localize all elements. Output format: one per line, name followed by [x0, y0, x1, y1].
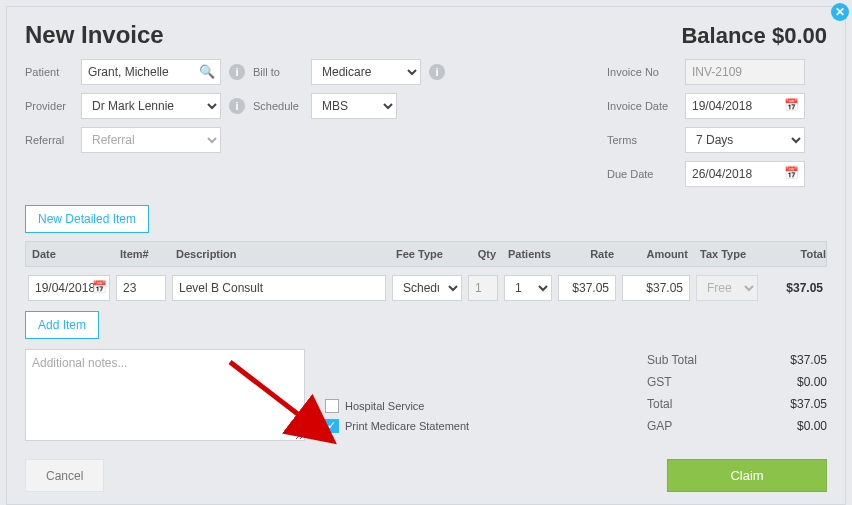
due-date-input[interactable] [685, 161, 805, 187]
line-qty-input [468, 275, 498, 301]
schedule-label: Schedule [253, 100, 303, 112]
line-desc-input[interactable] [172, 275, 386, 301]
line-taxtype-select: Free [696, 275, 758, 301]
info-icon[interactable]: i [429, 64, 445, 80]
provider-select[interactable]: Dr Mark Lennie [81, 93, 221, 119]
print-medicare-label: Print Medicare Statement [345, 420, 469, 432]
close-icon[interactable]: ✕ [831, 3, 849, 21]
claim-button[interactable]: Claim [667, 459, 827, 492]
search-icon[interactable]: 🔍 [199, 64, 215, 79]
referral-label: Referral [25, 134, 73, 146]
line-total: $37.05 [761, 281, 831, 295]
cancel-button[interactable]: Cancel [25, 459, 104, 492]
totals-panel: Sub Total$37.05 GST$0.00 Total$37.05 GAP… [647, 349, 827, 441]
terms-label: Terms [607, 134, 677, 146]
line-item-input[interactable] [116, 275, 166, 301]
info-icon[interactable]: i [229, 64, 245, 80]
balance-display: Balance $0.00 [681, 23, 827, 49]
patient-label: Patient [25, 66, 73, 78]
add-item-button[interactable]: Add Item [25, 311, 99, 339]
info-icon[interactable]: i [229, 98, 245, 114]
hospital-service-checkbox[interactable] [325, 399, 339, 413]
hospital-service-label: Hospital Service [345, 400, 424, 412]
page-title: New Invoice [25, 21, 164, 49]
line-item-row: 📅 Schedule 1 Free $37.05 [25, 275, 827, 301]
line-rate-input[interactable] [558, 275, 616, 301]
print-medicare-checkbox[interactable] [325, 419, 339, 433]
due-date-label: Due Date [607, 168, 677, 180]
billto-select[interactable]: Medicare [311, 59, 421, 85]
invoice-no-label: Invoice No [607, 66, 677, 78]
new-detailed-item-button[interactable]: New Detailed Item [25, 205, 149, 233]
referral-select[interactable]: Referral [81, 127, 221, 153]
invoice-date-input[interactable] [685, 93, 805, 119]
billto-label: Bill to [253, 66, 303, 78]
line-patients-select[interactable]: 1 [504, 275, 552, 301]
notes-textarea[interactable] [25, 349, 305, 441]
line-feetype-select[interactable]: Schedule [392, 275, 462, 301]
line-amount-input[interactable] [622, 275, 690, 301]
terms-select[interactable]: 7 Days [685, 127, 805, 153]
invoice-no-input [685, 59, 805, 85]
calendar-icon: 📅 [92, 280, 107, 294]
invoice-date-label: Invoice Date [607, 100, 677, 112]
provider-label: Provider [25, 100, 73, 112]
line-items-header: Date Item# Description Fee Type Qty Pati… [25, 241, 827, 267]
schedule-select[interactable]: MBS [311, 93, 397, 119]
